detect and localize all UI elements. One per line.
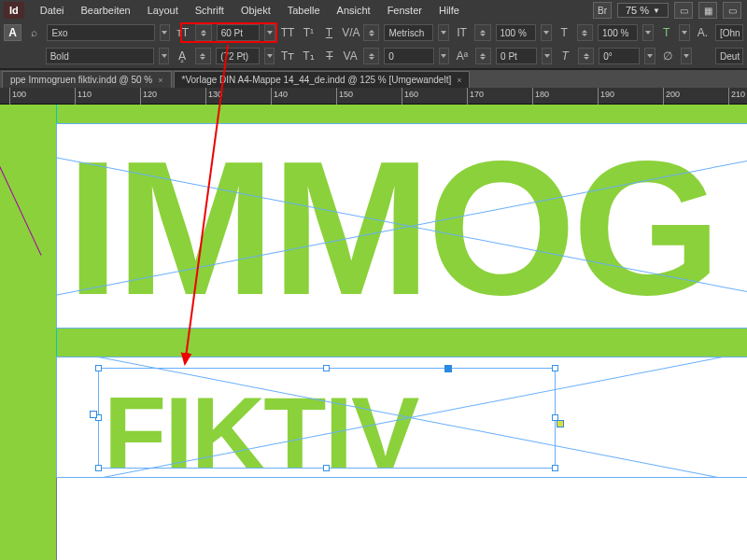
subscript-icon[interactable]: T₁ — [301, 49, 317, 63]
vscale-icon: IT — [454, 26, 470, 39]
kerning-field[interactable]: Metrisch — [384, 24, 433, 41]
document-tab[interactable]: ppe Immogruen fiktiv.indd @ 50 %× — [2, 71, 172, 88]
resize-handle[interactable] — [323, 465, 330, 471]
in-port-icon[interactable] — [90, 411, 97, 418]
in-port-icon[interactable] — [444, 365, 452, 372]
menu-schrift[interactable]: Schrift — [187, 1, 233, 20]
stroke-color-dropdown[interactable] — [681, 48, 692, 64]
resize-handle[interactable] — [552, 365, 558, 371]
search-icon: ⌕ — [26, 26, 42, 39]
tracking-icon: VA — [343, 49, 359, 63]
resize-handle[interactable] — [95, 465, 102, 471]
bridge-button[interactable]: Br — [593, 2, 612, 19]
out-port-icon[interactable] — [557, 420, 564, 427]
menu-layout[interactable]: Layout — [139, 1, 187, 20]
menu-ansicht[interactable]: Ansicht — [329, 1, 379, 20]
language-field[interactable]: Deut — [715, 48, 743, 64]
document-canvas[interactable]: IMMOG FIKTIV — [0, 105, 747, 560]
ruler-tick: 110 — [75, 88, 92, 105]
baseline-dropdown[interactable] — [542, 48, 553, 64]
menu-bearbeiten[interactable]: Bearbeiten — [72, 1, 138, 20]
vscale-dropdown[interactable] — [541, 24, 552, 41]
strikethrough-icon[interactable]: T — [321, 49, 337, 63]
char-style-icon[interactable]: A. — [695, 26, 711, 39]
superscript-icon[interactable]: T¹ — [301, 26, 317, 39]
skew-field[interactable]: 0° — [599, 48, 640, 64]
font-size-field[interactable]: 60 Pt — [217, 24, 260, 41]
screen-mode-button[interactable]: ▭ — [674, 2, 693, 19]
document-tab-active[interactable]: *Vorlage DIN A4-Mappe 14_44_de.indd @ 12… — [174, 71, 471, 88]
baseline-icon: Aª — [454, 49, 470, 63]
menu-tabelle[interactable]: Tabelle — [279, 1, 329, 20]
allcaps-icon[interactable]: TT — [280, 26, 296, 39]
ruler-tick: 190 — [598, 88, 614, 105]
char-style-field[interactable]: [Ohn — [715, 24, 743, 41]
ruler-tick: 100 — [9, 88, 26, 105]
kerning-icon: V/A — [342, 26, 359, 39]
tracking-spinner[interactable] — [363, 48, 379, 64]
close-icon[interactable]: × — [158, 76, 162, 85]
menu-hilfe[interactable]: Hilfe — [430, 1, 468, 20]
ruler-tick: 170 — [467, 88, 484, 105]
font-style-dropdown[interactable] — [159, 48, 170, 64]
zoom-dropdown[interactable]: 75 %▼ — [617, 3, 669, 18]
ruler-tick: 140 — [271, 88, 288, 105]
font-family-field[interactable]: Exo — [47, 24, 154, 41]
hscale-dropdown[interactable] — [642, 24, 654, 41]
ruler-tick: 150 — [336, 88, 353, 105]
hscale-icon: T — [557, 26, 572, 39]
document-tabs: ppe Immogruen fiktiv.indd @ 50 %× *Vorla… — [0, 69, 747, 88]
menu-objekt[interactable]: Objekt — [233, 1, 279, 20]
font-size-dropdown[interactable] — [264, 24, 275, 41]
font-family-dropdown[interactable] — [160, 24, 171, 41]
leading-icon: A͇ — [174, 49, 190, 63]
kerning-dropdown[interactable] — [438, 24, 449, 41]
leading-dropdown[interactable] — [264, 48, 275, 64]
frame-outline — [56, 123, 747, 329]
leading-spinner[interactable] — [195, 48, 211, 64]
font-style-field[interactable]: Bold — [46, 48, 154, 64]
selected-frame[interactable] — [98, 368, 556, 469]
menu-fenster[interactable]: Fenster — [379, 1, 430, 20]
fill-color-icon[interactable]: T — [658, 26, 674, 39]
close-icon[interactable]: × — [457, 76, 461, 85]
character-mode-icon[interactable]: A — [4, 24, 21, 41]
ruler-tick: 200 — [663, 88, 680, 105]
kerning-spinner[interactable] — [363, 24, 379, 41]
fill-color-dropdown[interactable] — [679, 24, 690, 41]
baseline-spinner[interactable] — [475, 48, 491, 64]
baseline-field[interactable]: 0 Pt — [496, 48, 537, 64]
ruler-tick: 160 — [402, 88, 418, 105]
tab-label: *Vorlage DIN A4-Mappe 14_44_de.indd @ 12… — [182, 75, 452, 85]
nofill-icon[interactable]: ∅ — [660, 49, 676, 63]
underline-icon[interactable]: T — [321, 26, 337, 39]
ruler-tick: 210 — [728, 88, 745, 105]
leading-field[interactable]: (72 Pt) — [216, 48, 260, 64]
resize-handle[interactable] — [323, 365, 330, 371]
ruler-tick: 130 — [205, 88, 222, 105]
vscale-spinner[interactable] — [474, 24, 490, 41]
skew-icon: T — [557, 49, 572, 63]
font-size-icon: тT — [175, 26, 190, 39]
hscale-spinner[interactable] — [577, 24, 593, 41]
app-logo: Id — [4, 2, 24, 19]
hscale-field[interactable]: 100 % — [598, 24, 638, 41]
resize-handle[interactable] — [95, 365, 102, 371]
control-panel: A ⌕ Exo тT 60 Pt TT T¹ T V/A Metrisch IT… — [0, 21, 747, 69]
ruler-tick: 120 — [140, 88, 157, 105]
horizontal-ruler[interactable]: 100 110 120 130 140 150 160 170 180 190 … — [0, 88, 747, 105]
smallcaps-icon[interactable]: Tᴛ — [279, 49, 295, 63]
tracking-field[interactable]: 0 — [384, 48, 433, 64]
vscale-field[interactable]: 100 % — [496, 24, 536, 41]
menu-datei[interactable]: Datei — [32, 1, 73, 20]
skew-spinner[interactable] — [578, 48, 594, 64]
view-button[interactable]: ▭ — [723, 2, 741, 19]
skew-dropdown[interactable] — [644, 48, 655, 64]
arrange-button[interactable]: ▦ — [698, 2, 717, 19]
menu-bar: Id Datei Bearbeiten Layout Schrift Objek… — [0, 0, 747, 21]
font-size-spinner[interactable] — [195, 24, 211, 41]
zoom-value: 75 % — [626, 5, 649, 16]
resize-handle[interactable] — [552, 465, 558, 471]
guide-diagonal — [0, 86, 42, 256]
tracking-dropdown[interactable] — [439, 48, 450, 64]
